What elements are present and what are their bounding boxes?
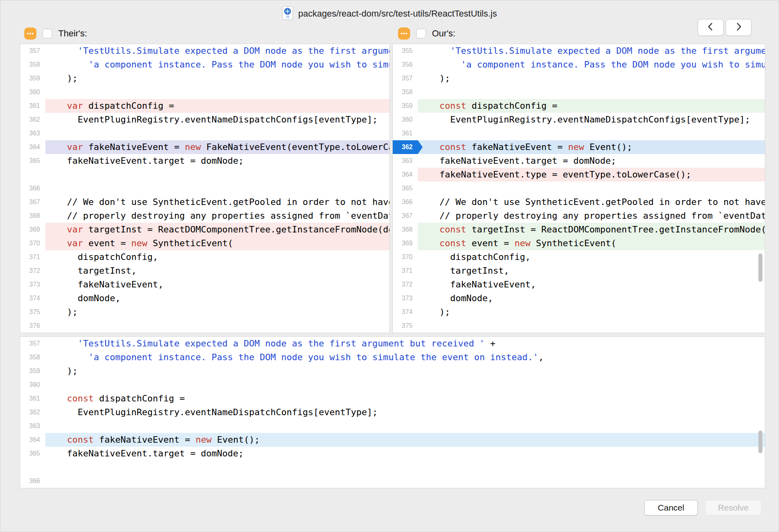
line-number: 375 bbox=[393, 319, 418, 333]
code-spacer-row bbox=[20, 460, 765, 474]
line-number: 367 bbox=[393, 209, 418, 223]
selected-conflict-line-badge[interactable]: 362 bbox=[393, 140, 418, 154]
line-number: 359 bbox=[20, 364, 45, 378]
code-text bbox=[418, 85, 765, 99]
chevron-left-icon bbox=[705, 21, 716, 34]
line-number: 358 bbox=[393, 85, 418, 99]
code-line: 362 EventPluginRegistry.eventNameDispatc… bbox=[20, 113, 390, 127]
line-number: 360 bbox=[20, 85, 45, 99]
code-line: 371 targetInst, bbox=[393, 264, 765, 278]
code-line: 368 // properly destroying any propertie… bbox=[20, 209, 390, 223]
code-text: // We don't use SyntheticEvent.getPooled… bbox=[45, 195, 390, 209]
code-line: 361 const dispatchConfig = bbox=[20, 392, 765, 405]
line-number: 371 bbox=[393, 264, 418, 278]
code-text: // We don't use SyntheticEvent.getPooled… bbox=[418, 195, 765, 209]
code-text: ); bbox=[45, 305, 390, 319]
code-text: fakeNativeEvent.target = domNode; bbox=[45, 447, 765, 460]
code-text: var targetInst = ReactDOMComponentTree.g… bbox=[45, 223, 390, 236]
code-text bbox=[45, 378, 765, 392]
line-number: 374 bbox=[393, 305, 418, 319]
svg-text:JS: JS bbox=[286, 15, 290, 19]
code-line[interactable]: 364 var fakeNativeEvent = new FakeNative… bbox=[20, 140, 390, 154]
line-number: 368 bbox=[393, 223, 418, 236]
code-line: 361 bbox=[393, 127, 765, 140]
code-text: dispatchConfig, bbox=[45, 250, 390, 264]
code-line[interactable]: 362 const fakeNativeEvent = new Event(); bbox=[393, 140, 765, 154]
code-text: ); bbox=[418, 305, 765, 319]
code-line: 359 ); bbox=[20, 364, 765, 378]
code-line: 358 'a component instance. Pass the DOM … bbox=[20, 58, 390, 72]
ours-scrollbar-thumb[interactable] bbox=[758, 253, 762, 282]
code-text bbox=[45, 182, 390, 195]
code-text: domNode, bbox=[45, 291, 390, 305]
code-line: 360 bbox=[20, 378, 765, 392]
code-line: 375 bbox=[393, 319, 765, 333]
ours-select-checkbox[interactable] bbox=[416, 29, 426, 38]
code-line[interactable]: 364 fakeNativeEvent.type = eventType.toL… bbox=[393, 168, 765, 182]
code-line: 362 EventPluginRegistry.eventNameDispatc… bbox=[20, 405, 765, 419]
code-line: 376 bbox=[20, 319, 390, 333]
code-line: 357 ); bbox=[393, 72, 765, 85]
code-line: 367 // properly destroying any propertie… bbox=[393, 209, 765, 223]
code-text: const event = new SyntheticEvent( bbox=[418, 236, 765, 250]
code-line: 357 'TestUtils.Simulate expected a DOM n… bbox=[20, 337, 765, 350]
merged-result-pane: 357 'TestUtils.Simulate expected a DOM n… bbox=[20, 336, 765, 488]
code-line: 366 bbox=[20, 182, 390, 195]
cancel-button[interactable]: Cancel bbox=[644, 500, 698, 515]
code-line[interactable]: 369 var targetInst = ReactDOMComponentTr… bbox=[20, 223, 390, 236]
code-text bbox=[45, 419, 765, 433]
code-text: const fakeNativeEvent = new Event(); bbox=[418, 140, 765, 154]
code-text: var fakeNativeEvent = new FakeNativeEven… bbox=[45, 140, 390, 154]
ours-pane-header: Our's: bbox=[398, 27, 455, 40]
code-text bbox=[45, 460, 765, 474]
code-text: var event = new SyntheticEvent( bbox=[45, 236, 390, 250]
code-line: 356 'a component instance. Pass the DOM … bbox=[393, 58, 765, 72]
code-text: var dispatchConfig = bbox=[45, 99, 390, 113]
previous-conflict-button[interactable] bbox=[698, 19, 724, 36]
line-number: 363 bbox=[20, 419, 45, 433]
line-number: 355 bbox=[393, 44, 418, 58]
code-text: 'TestUtils.Simulate expected a DOM node … bbox=[418, 44, 765, 58]
code-line: 374 domNode, bbox=[20, 291, 390, 305]
resolve-button[interactable]: Resolve bbox=[705, 500, 762, 515]
code-line[interactable]: 359 const dispatchConfig = bbox=[393, 99, 765, 113]
code-line: 367 // We don't use SyntheticEvent.getPo… bbox=[20, 195, 390, 209]
code-line: 374 ); bbox=[393, 305, 765, 319]
merged-scrollbar-thumb[interactable] bbox=[758, 431, 762, 453]
code-line: 363 bbox=[20, 127, 390, 140]
line-number: 356 bbox=[393, 58, 418, 72]
code-line: 360 bbox=[20, 85, 390, 99]
line-number bbox=[20, 460, 45, 474]
code-line[interactable]: 369 const event = new SyntheticEvent( bbox=[393, 236, 765, 250]
code-line: 375 ); bbox=[20, 305, 390, 319]
code-line[interactable]: 364 const fakeNativeEvent = new Event(); bbox=[20, 433, 765, 447]
code-text: dispatchConfig, bbox=[418, 250, 765, 264]
code-line: 355 'TestUtils.Simulate expected a DOM n… bbox=[393, 44, 765, 58]
code-line[interactable]: 361 var dispatchConfig = bbox=[20, 99, 390, 113]
theirs-ellipsis-icon[interactable] bbox=[24, 27, 36, 40]
code-text: ); bbox=[45, 364, 765, 378]
line-number: 367 bbox=[20, 195, 45, 209]
code-text: ); bbox=[45, 72, 390, 85]
line-number: 376 bbox=[20, 319, 45, 333]
ours-ellipsis-icon[interactable] bbox=[398, 27, 410, 40]
line-number: 364 bbox=[20, 433, 45, 447]
code-text: 'a component instance. Pass the DOM node… bbox=[45, 58, 390, 72]
code-line[interactable]: 370 var event = new SyntheticEvent( bbox=[20, 236, 390, 250]
line-number: 360 bbox=[393, 113, 418, 127]
code-text: domNode, bbox=[418, 291, 765, 305]
line-number: 359 bbox=[20, 72, 45, 85]
line-number: 372 bbox=[393, 278, 418, 291]
chevron-right-icon bbox=[733, 21, 744, 34]
line-number: 361 bbox=[393, 127, 418, 140]
code-line: 370 dispatchConfig, bbox=[393, 250, 765, 264]
next-conflict-button[interactable] bbox=[726, 19, 751, 36]
line-number: 369 bbox=[393, 236, 418, 250]
theirs-select-checkbox[interactable] bbox=[42, 29, 52, 38]
code-line[interactable]: 368 const targetInst = ReactDOMComponent… bbox=[393, 223, 765, 236]
code-line: 360 EventPluginRegistry.eventNameDispatc… bbox=[393, 113, 765, 127]
theirs-code-pane: 357 'TestUtils.Simulate expected a DOM n… bbox=[20, 44, 390, 333]
line-number: 363 bbox=[393, 154, 418, 168]
code-line: 366 bbox=[20, 474, 765, 488]
line-number: 370 bbox=[393, 250, 418, 264]
